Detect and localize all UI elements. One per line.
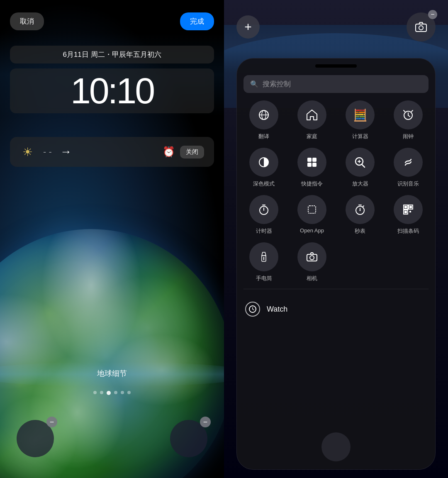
control-circle-home	[297, 100, 326, 129]
control-label-home: 家庭	[307, 133, 317, 140]
svg-rect-31	[404, 206, 407, 208]
control-circle-scan-qr	[394, 195, 423, 224]
watch-icon	[245, 302, 260, 317]
control-label-magnifier: 放大器	[352, 180, 368, 188]
control-item-flashlight[interactable]: 手电筒	[243, 242, 284, 282]
svg-line-7	[408, 115, 410, 117]
remove-camera-badge[interactable]: −	[428, 10, 437, 19]
control-item-camera[interactable]: 相机	[292, 242, 332, 282]
bottom-circle-left[interactable]: −	[17, 420, 54, 457]
control-circle-alarm	[394, 100, 423, 129]
search-placeholder-text: 搜索控制	[263, 79, 291, 89]
control-item-timer[interactable]: 计时器	[243, 195, 284, 235]
bottom-circle-right[interactable]: −	[170, 420, 207, 457]
control-circle-camera	[297, 242, 326, 271]
svg-rect-12	[312, 158, 317, 162]
notif-close-button[interactable]: 关闭	[180, 146, 204, 159]
svg-point-25	[360, 210, 361, 211]
control-label-timer: 计时器	[256, 227, 272, 235]
time-widget[interactable]: 10:10	[10, 68, 214, 113]
time-display: 10:10	[17, 72, 207, 110]
control-label-open-app: Open App	[300, 227, 324, 234]
svg-rect-34	[409, 211, 411, 212]
control-item-translate[interactable]: 翻译	[243, 100, 284, 140]
camera-container: −	[407, 12, 436, 41]
control-item-shortcuts[interactable]: 快捷指令	[292, 148, 332, 188]
svg-line-9	[411, 110, 413, 112]
dot-1[interactable]	[93, 391, 97, 394]
svg-rect-11	[307, 158, 312, 162]
watch-item[interactable]: Watch	[237, 296, 435, 322]
sun-icon	[20, 144, 35, 159]
page-dots	[0, 391, 224, 395]
top-bar: 取消 完成	[0, 12, 224, 30]
svg-rect-13	[307, 163, 312, 167]
control-item-dark-mode[interactable]: 深色模式	[243, 148, 284, 188]
notif-arrow-icon: →	[60, 145, 72, 159]
control-item-open-app[interactable]: Open App	[292, 195, 332, 235]
search-bar[interactable]: 🔍 搜索控制	[243, 75, 429, 93]
control-item-magnifier[interactable]: 放大器	[340, 148, 380, 188]
control-item-shazam[interactable]: 识别音乐	[388, 148, 429, 188]
control-label-dark-mode: 深色模式	[253, 180, 275, 188]
control-item-calculator[interactable]: 🧮计算器	[340, 100, 380, 140]
control-circle-shazam	[394, 148, 423, 177]
control-circle-calculator: 🧮	[346, 100, 375, 129]
date-widget[interactable]: 6月11日 周二・甲辰年五月初六	[10, 46, 214, 63]
svg-rect-0	[416, 24, 426, 32]
cancel-button[interactable]: 取消	[10, 12, 44, 30]
control-label-alarm: 闹钟	[403, 133, 414, 140]
notification-widget[interactable]: - - → ⏰ 关闭	[10, 137, 214, 167]
control-circle-dark-mode	[249, 148, 278, 177]
earth-label: 地球细节	[0, 368, 224, 378]
left-panel: 取消 完成 6月11日 周二・甲辰年五月初六 10:10 - - → ⏰ 关闭 …	[0, 0, 224, 478]
svg-rect-33	[404, 211, 407, 213]
control-label-flashlight: 手电筒	[256, 275, 272, 282]
control-circle-translate	[249, 100, 278, 129]
svg-line-8	[404, 110, 405, 112]
search-icon: 🔍	[250, 80, 258, 88]
right-panel: + − 🔍 搜索控制 翻译家庭🧮计算器闹钟深色模式快捷指令放大器识别音乐计时器O…	[224, 0, 448, 478]
notif-right-section: ⏰ 关闭	[163, 146, 204, 159]
control-label-scan-qr: 扫描条码	[397, 227, 419, 235]
svg-point-38	[310, 256, 314, 260]
phone-notch	[315, 64, 357, 68]
svg-line-16	[362, 164, 365, 167]
svg-rect-22	[308, 206, 316, 213]
dot-3-active[interactable]	[107, 391, 111, 395]
control-item-home[interactable]: 家庭	[292, 100, 332, 140]
dot-6[interactable]	[127, 391, 131, 394]
svg-rect-32	[409, 206, 412, 208]
date-text: 6月11日 周二・甲辰年五月初六	[63, 51, 161, 59]
svg-line-41	[253, 309, 254, 310]
control-circle-shortcuts	[297, 148, 326, 177]
remove-left-icon[interactable]: −	[46, 417, 57, 427]
svg-line-27	[363, 206, 364, 207]
remove-right-icon[interactable]: −	[200, 417, 211, 427]
control-item-scan-qr[interactable]: 扫描条码	[388, 195, 429, 235]
dot-4[interactable]	[114, 391, 117, 394]
notif-dash-text: - -	[43, 146, 52, 157]
control-circle-stopwatch	[346, 195, 375, 224]
control-label-shortcuts: 快捷指令	[301, 180, 323, 188]
control-circle-flashlight	[249, 242, 278, 271]
control-label-stopwatch: 秒表	[355, 227, 365, 235]
camera-icon	[414, 20, 428, 34]
dot-5[interactable]	[121, 391, 124, 394]
control-circle-timer	[249, 195, 278, 224]
watch-label: Watch	[267, 305, 287, 314]
control-circle-open-app	[297, 195, 326, 224]
control-label-shazam: 识别音乐	[397, 180, 419, 188]
add-control-button[interactable]: +	[236, 15, 260, 39]
right-bottom-circle[interactable]	[321, 432, 351, 461]
dot-2[interactable]	[100, 391, 103, 394]
control-item-alarm[interactable]: 闹钟	[388, 100, 429, 140]
done-button[interactable]: 完成	[180, 12, 214, 30]
control-label-translate: 翻译	[258, 133, 269, 140]
control-grid: 翻译家庭🧮计算器闹钟深色模式快捷指令放大器识别音乐计时器Open App秒表扫描…	[237, 93, 435, 282]
control-item-stopwatch[interactable]: 秒表	[340, 195, 380, 235]
phone-frame: 🔍 搜索控制 翻译家庭🧮计算器闹钟深色模式快捷指令放大器识别音乐计时器Open …	[236, 58, 436, 470]
divider	[243, 289, 429, 289]
right-top-buttons: + −	[224, 12, 448, 41]
control-circle-magnifier	[346, 148, 375, 177]
